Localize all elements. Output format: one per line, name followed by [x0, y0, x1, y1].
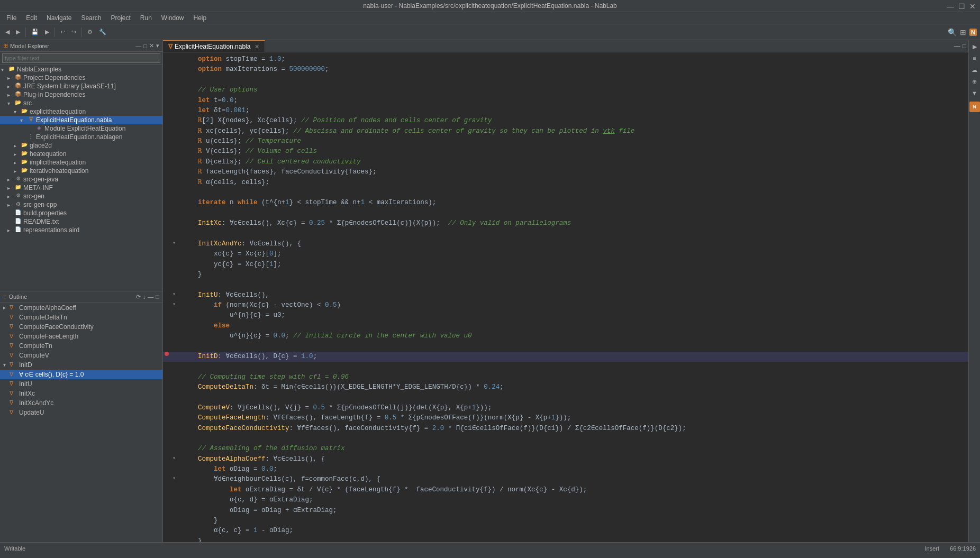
outline-item-computeV[interactable]: ∇ ComputeV [0, 351, 162, 360]
rs-icon-list[interactable]: ≡ [969, 53, 980, 63]
window-controls[interactable]: ― ☐ ✕ [947, 2, 976, 11]
tree-arrow-iterativeheatequation[interactable]: ▸ [14, 168, 20, 174]
tree-arrow-srcgenjava[interactable]: ▸ [7, 177, 14, 182]
rs-icon-cloud[interactable]: ☁ [969, 65, 980, 75]
code-editor[interactable]: option stopTime = 1.0; option maxIterati… [163, 52, 968, 542]
rs-icon-play[interactable]: ▶ [969, 41, 980, 52]
tree-arrow-jre[interactable]: ▸ [7, 84, 14, 89]
tree-arrow-heatequation[interactable]: ▸ [14, 151, 20, 157]
model-explorer-filter-input[interactable] [2, 53, 160, 63]
tree-arrow-srcgen[interactable]: ▸ [7, 194, 14, 199]
fold-19[interactable]: ▾ [170, 239, 178, 248]
tree-arrow-projectdeps[interactable]: ▸ [7, 75, 14, 81]
outline-item-initU[interactable]: ∇ InitU [0, 379, 162, 389]
toolbar-undo-button[interactable]: ↩ [58, 28, 67, 36]
toolbar-forward-button[interactable]: ▶ [14, 28, 22, 36]
code-content-36: ComputeFaceLength: ∀f∈faces(), faceLengt… [178, 413, 571, 423]
fold-25[interactable]: ▾ [170, 300, 178, 309]
outline-item-computefaceconductivity[interactable]: ∇ ComputeFaceConductivity [0, 322, 162, 332]
outline-item-computefahcelength[interactable]: ∇ ComputeFaceLength [0, 332, 162, 341]
model-explorer-menu[interactable]: ▾ [156, 42, 159, 49]
tree-arrow-explicitheatequation[interactable]: ▾ [14, 109, 20, 115]
minimize-button[interactable]: ― [947, 2, 954, 11]
model-explorer-minimize[interactable]: — [135, 43, 141, 49]
editor-minimize-button[interactable]: — [954, 42, 960, 50]
tree-arrow-src[interactable]: ▾ [7, 100, 14, 106]
fold-42[interactable]: ▾ [170, 474, 178, 483]
tree-item-explicitheatequation[interactable]: ▾ 📂 explicitheatequation [0, 107, 162, 116]
outline-item-computedeltaTn[interactable]: ∇ ComputeDeltaTn [0, 313, 162, 322]
toolbar-save-button[interactable]: 💾 [29, 28, 41, 36]
tree-arrow-representations[interactable]: ▸ [7, 227, 14, 233]
tree-arrow-nablaexamples[interactable]: ▾ [1, 67, 7, 72]
outline-arrow-initD[interactable]: ▾ [3, 362, 10, 368]
close-button[interactable]: ✕ [969, 2, 976, 11]
editor-tab-explicitHeatEquation[interactable]: ∇ ExplicitHeatEquation.nabla ✕ [163, 40, 265, 52]
tree-arrow-metainf[interactable]: ▸ [7, 185, 14, 191]
tree-label-buildproperties: build.properties [23, 209, 67, 217]
tree-item-representations[interactable]: ▸ 📄 representations.aird [0, 226, 162, 234]
outline-minimize[interactable]: — [148, 294, 153, 300]
tree-item-glace2d[interactable]: ▸ 📂 glace2d [0, 141, 162, 150]
outline-arrow-computealphacoeff[interactable]: ▸ [3, 305, 10, 310]
menu-file[interactable]: File [2, 13, 21, 23]
tree-item-srcgen[interactable]: ▸ ⚙ src-gen [0, 192, 162, 200]
tree-arrow-srcgencpp[interactable]: ▸ [7, 202, 14, 208]
menu-window[interactable]: Window [157, 13, 188, 23]
tree-item-moduleexplicit[interactable]: ◈ Module ExplicitHeatEquation [0, 124, 162, 133]
toolbar-run-button[interactable]: ▶ [43, 28, 51, 36]
menu-navigate[interactable]: Navigate [42, 13, 76, 23]
tree-item-plugindeps[interactable]: ▸ 📦 Plug-in Dependencies [0, 90, 162, 99]
rs-icon-plus[interactable]: ⊕ [969, 76, 980, 87]
outline-item-initXc[interactable]: ∇ InitXc [0, 389, 162, 398]
outline-toolbar-btn2[interactable]: ↓ [143, 294, 146, 300]
outline-item-computealphacoeff[interactable]: ▸ ∇ ComputeAlphaCoeff [0, 303, 162, 313]
model-explorer-maximize[interactable]: □ [143, 43, 147, 49]
tree-item-implicitheatequation[interactable]: ▸ 📂 implicitheatequation [0, 158, 162, 167]
tree-item-metainf[interactable]: ▸ 📁 META-INF [0, 184, 162, 192]
toolbar-redo-button[interactable]: ↪ [69, 28, 78, 36]
tree-arrow-explicitnabla[interactable]: ▾ [20, 117, 26, 123]
menu-edit[interactable]: Edit [22, 13, 41, 23]
tree-item-explicitHeatEquationNabla[interactable]: ▾ ∇ ExplicitHeatEquation.nabla [0, 116, 162, 124]
outline-item-initD[interactable]: ▾ ∇ InitD [0, 360, 162, 370]
outline-item-computeTn[interactable]: ∇ ComputeTn [0, 341, 162, 351]
toolbar-action-button[interactable]: ⚙ [85, 28, 95, 36]
toolbar-back-button[interactable]: ◀ [3, 28, 12, 36]
code-line-19: ▾ InitXcAndYc: ∀c∈cells(), { [163, 239, 968, 249]
outline-item-initXcAndYc[interactable]: ∇ InitXcAndYc [0, 398, 162, 408]
outline-maximize[interactable]: □ [156, 294, 159, 300]
restore-button[interactable]: ☐ [958, 2, 965, 11]
tree-item-projectdeps[interactable]: ▸ 📦 Project Dependencies [0, 74, 162, 82]
tree-item-srcgenjava[interactable]: ▸ ⚙ src-gen-java [0, 175, 162, 184]
outline-label-computeTn: ComputeTn [19, 342, 52, 350]
editor-maximize-button[interactable]: □ [963, 42, 966, 50]
rs-icon-down[interactable]: ▼ [969, 88, 980, 98]
tree-arrow-glace2d[interactable]: ▸ [14, 143, 20, 149]
outline-item-updateU[interactable]: ∇ UpdateU [0, 408, 162, 417]
outline-toolbar-btn1[interactable]: ⟳ [136, 294, 141, 300]
tree-item-iterativeheatequation[interactable]: ▸ 📂 iterativeheatequation [0, 167, 162, 175]
tree-item-srcgencpp[interactable]: ▸ ⚙ src-gen-cpp [0, 200, 162, 209]
menu-project[interactable]: Project [106, 13, 134, 23]
tree-item-jre[interactable]: ▸ 📦 JRE System Library [JavaSE-11] [0, 82, 162, 90]
menu-run[interactable]: Run [136, 13, 156, 23]
model-explorer-close[interactable]: ✕ [149, 42, 154, 49]
fold-40[interactable]: ▾ [170, 454, 178, 463]
menu-search[interactable]: Search [77, 13, 105, 23]
tree-arrow-plugindeps[interactable]: ▸ [7, 92, 14, 98]
search-icon[interactable]: 🔍 [948, 28, 957, 36]
tree-item-buildproperties[interactable]: 📄 build.properties [0, 209, 162, 217]
tree-item-readme[interactable]: 📄 README.txt [0, 217, 162, 226]
tree-item-explicitHeatEquationNablagen[interactable]: ⋮ ExplicitHeatEquation.nablagen [0, 133, 162, 141]
tab-close-button[interactable]: ✕ [255, 43, 259, 50]
settings-icon[interactable]: ⊞ [960, 28, 966, 36]
tree-item-heatequation[interactable]: ▸ 📂 heatequation [0, 150, 162, 158]
outline-item-initD-sub[interactable]: ∇ ∀ c∈ cells(), D{c} = 1.0 [0, 370, 162, 379]
menu-help[interactable]: Help [189, 13, 211, 23]
toolbar-run2-button[interactable]: 🔧 [97, 28, 108, 36]
tree-item-src[interactable]: ▾ 📂 src [0, 99, 162, 107]
tree-item-nablaexamples[interactable]: ▾ 📁 NablaExamples [0, 65, 162, 74]
tree-arrow-implicitheatequation[interactable]: ▸ [14, 160, 20, 166]
fold-24[interactable]: ▾ [170, 290, 178, 299]
